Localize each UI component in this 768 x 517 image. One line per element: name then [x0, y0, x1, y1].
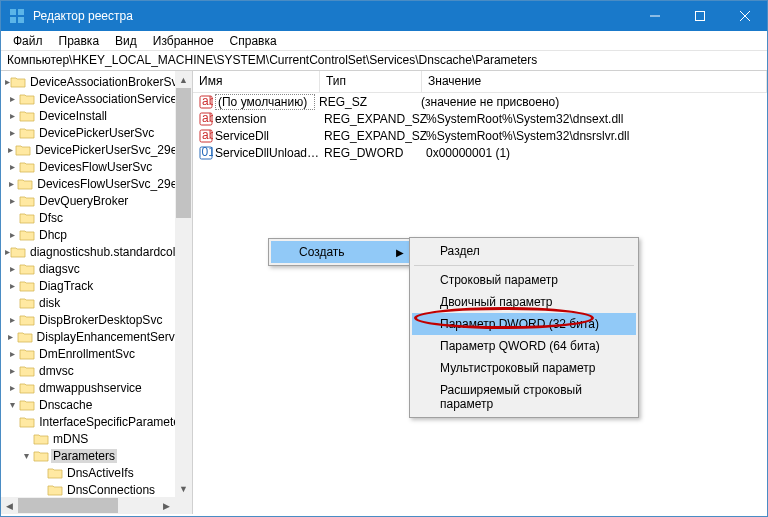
menu-edit[interactable]: Правка [51, 32, 108, 50]
scroll-thumb-h[interactable] [18, 498, 118, 513]
expander-icon[interactable]: ▸ [5, 331, 17, 342]
expander-icon[interactable]: ▸ [5, 229, 19, 240]
tree-item[interactable]: DnsConnections [1, 481, 192, 498]
folder-icon [19, 109, 35, 123]
tree-item-label: dmwappushservice [37, 381, 144, 395]
expander-icon[interactable]: ▸ [5, 144, 15, 155]
expander-icon[interactable]: ▾ [19, 450, 33, 461]
svg-rect-2 [10, 17, 16, 23]
tree-item[interactable]: ▾Dnscache [1, 396, 192, 413]
folder-icon [47, 483, 63, 497]
tree-item[interactable]: DnsActiveIfs [1, 464, 192, 481]
tree-item[interactable]: ▾Parameters [1, 447, 192, 464]
expander-icon[interactable]: ▸ [5, 161, 19, 172]
tree-item-label: dmvsc [37, 364, 76, 378]
column-data[interactable]: Значение [422, 71, 767, 92]
expander-icon[interactable]: ▸ [5, 178, 17, 189]
tree-item-label: DevicePickerUserSvc_29ec9 [33, 143, 192, 157]
expander-icon[interactable]: ▸ [5, 280, 19, 291]
tree-item[interactable]: ▸Dhcp [1, 226, 192, 243]
scroll-up-button[interactable]: ▲ [175, 71, 192, 88]
tree-item[interactable]: ▸DeviceAssociationBrokerSvc_29 [1, 73, 192, 90]
column-type[interactable]: Тип [320, 71, 422, 92]
value-name: (По умолчанию) [215, 94, 315, 110]
scroll-thumb[interactable] [176, 88, 191, 218]
tree-item[interactable]: ▸DevicesFlowUserSvc [1, 158, 192, 175]
scroll-left-button[interactable]: ◀ [1, 497, 18, 514]
tree-item[interactable]: ▸DisplayEnhancementService [1, 328, 192, 345]
value-row[interactable]: abServiceDllREG_EXPAND_SZ%SystemRoot%\Sy… [193, 127, 767, 144]
tree-item-label: disk [37, 296, 62, 310]
submenu-item[interactable]: Двоичный параметр [412, 291, 636, 313]
tree-vertical-scrollbar[interactable]: ▲ ▼ [175, 71, 192, 497]
svg-rect-3 [18, 17, 24, 23]
create-submenu[interactable]: РазделСтроковый параметрДвоичный парамет… [409, 237, 639, 418]
tree-item[interactable]: ▸DevicePickerUserSvc_29ec9 [1, 141, 192, 158]
expander-icon[interactable]: ▸ [5, 93, 19, 104]
expander-icon[interactable]: ▸ [5, 127, 19, 138]
column-name[interactable]: Имя [193, 71, 320, 92]
expander-icon[interactable]: ▾ [5, 399, 19, 410]
tree-item[interactable]: ▸diagsvc [1, 260, 192, 277]
scroll-down-button[interactable]: ▼ [175, 480, 192, 497]
tree-item[interactable]: ▸DispBrokerDesktopSvc [1, 311, 192, 328]
expander-icon[interactable]: ▸ [5, 365, 19, 376]
value-row[interactable]: 011ServiceDllUnloadOnSt...REG_DWORD0x000… [193, 144, 767, 161]
tree-item-label: DevicesFlowUserSvc_29ec9 [35, 177, 192, 191]
tree-item-label: diagnosticshub.standardcollect [28, 245, 193, 259]
folder-icon [19, 262, 35, 276]
close-button[interactable] [722, 1, 767, 31]
submenu-item[interactable]: Расширяемый строковый параметр [412, 379, 636, 415]
tree-item[interactable]: ▸DevicesFlowUserSvc_29ec9 [1, 175, 192, 192]
titlebar[interactable]: Редактор реестра [1, 1, 767, 31]
expander-icon[interactable]: ▸ [5, 110, 19, 121]
tree-item[interactable]: ▸DeviceInstall [1, 107, 192, 124]
expander-icon[interactable]: ▸ [5, 314, 19, 325]
minimize-button[interactable] [632, 1, 677, 31]
submenu-item[interactable]: Строковый параметр [412, 269, 636, 291]
value-row[interactable]: abextensionREG_EXPAND_SZ%SystemRoot%\Sys… [193, 110, 767, 127]
expander-icon[interactable]: ▸ [5, 263, 19, 274]
folder-icon [17, 330, 33, 344]
tree-item[interactable]: ▸DmEnrollmentSvc [1, 345, 192, 362]
menu-file[interactable]: Файл [5, 32, 51, 50]
maximize-button[interactable] [677, 1, 722, 31]
tree-item[interactable]: ▸dmwappushservice [1, 379, 192, 396]
value-row[interactable]: ab(По умолчанию)REG_SZ(значение не присв… [193, 93, 767, 110]
tree-item[interactable]: InterfaceSpecificParameters [1, 413, 192, 430]
app-icon [9, 8, 25, 24]
values-panel[interactable]: Имя Тип Значение ab(По умолчанию)REG_SZ(… [193, 71, 767, 514]
expander-icon[interactable]: ▸ [5, 348, 19, 359]
submenu-item[interactable]: Мультистроковый параметр [412, 357, 636, 379]
tree-item[interactable]: ▸dmvsc [1, 362, 192, 379]
tree-item[interactable]: ▸DiagTrack [1, 277, 192, 294]
folder-icon [10, 245, 26, 259]
menu-view[interactable]: Вид [107, 32, 145, 50]
value-type: REG_DWORD [320, 146, 422, 160]
context-menu[interactable]: Создать ▶ РазделСтроковый параметрДвоичн… [268, 238, 413, 266]
tree-item[interactable]: ▸DevicePickerUserSvc [1, 124, 192, 141]
context-menu-create[interactable]: Создать ▶ [271, 241, 410, 263]
folder-icon [19, 364, 35, 378]
tree-item[interactable]: ▸DevQueryBroker [1, 192, 192, 209]
submenu-item[interactable]: Параметр DWORD (32 бита) [412, 313, 636, 335]
submenu-item[interactable]: Параметр QWORD (64 бита) [412, 335, 636, 357]
address-bar[interactable]: Компьютер\HKEY_LOCAL_MACHINE\SYSTEM\Curr… [1, 51, 767, 71]
submenu-item[interactable]: Раздел [412, 240, 636, 262]
tree-item[interactable]: ▸DeviceAssociationService [1, 90, 192, 107]
expander-icon[interactable]: ▸ [5, 195, 19, 206]
tree-item[interactable]: ▸diagnosticshub.standardcollect [1, 243, 192, 260]
menu-help[interactable]: Справка [222, 32, 285, 50]
expander-icon[interactable]: ▸ [5, 382, 19, 393]
folder-icon [19, 279, 35, 293]
tree-panel[interactable]: ▸DeviceAssociationBrokerSvc_29▸DeviceAss… [1, 71, 193, 514]
tree-item[interactable]: mDNS [1, 430, 192, 447]
tree-item[interactable]: Dfsc [1, 209, 192, 226]
value-type: REG_EXPAND_SZ [320, 112, 422, 126]
tree-item[interactable]: disk [1, 294, 192, 311]
tree-horizontal-scrollbar[interactable]: ◀ ▶ [1, 497, 175, 514]
menu-favorites[interactable]: Избранное [145, 32, 222, 50]
folder-icon [17, 177, 33, 191]
tree-item-label: DmEnrollmentSvc [37, 347, 137, 361]
scroll-right-button[interactable]: ▶ [158, 497, 175, 514]
